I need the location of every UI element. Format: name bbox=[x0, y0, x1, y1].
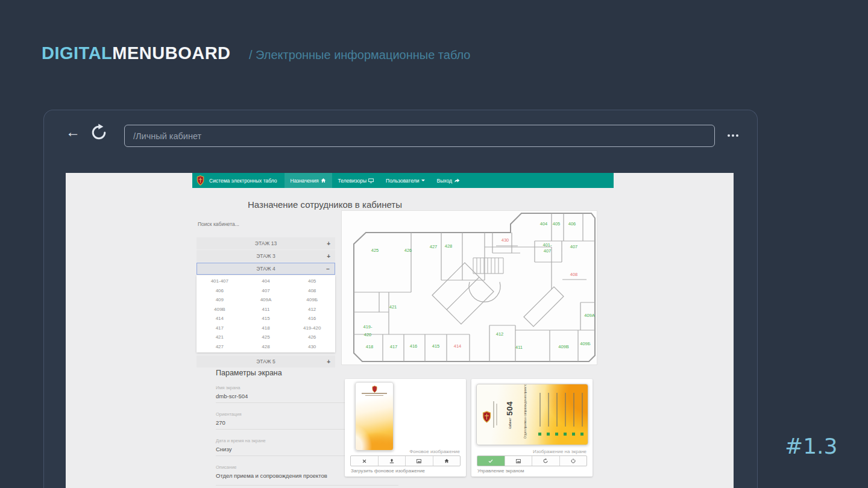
plus-icon[interactable]: + bbox=[327, 240, 330, 247]
plan-room-label[interactable]: 409В bbox=[558, 344, 569, 349]
floor-row-13[interactable]: ЭТАЖ 13 + bbox=[197, 237, 335, 249]
room-item[interactable]: 408 bbox=[289, 286, 335, 296]
back-arrow-icon[interactable]: ← bbox=[63, 115, 83, 149]
floor-label: ЭТАЖ 4 bbox=[256, 266, 275, 272]
home-button[interactable] bbox=[433, 456, 461, 466]
plan-room-label[interactable]: 414 bbox=[454, 343, 462, 349]
plan-room-label[interactable]: 425 bbox=[371, 248, 379, 253]
clear-button[interactable] bbox=[351, 456, 378, 466]
image-icon bbox=[417, 459, 421, 463]
plan-room-label[interactable]: 401- bbox=[542, 242, 552, 248]
room-item[interactable]: 419-420 bbox=[289, 324, 335, 333]
upload-icon bbox=[389, 458, 394, 463]
room-item[interactable]: 407 bbox=[243, 286, 289, 296]
room-item[interactable]: 401-407 bbox=[197, 277, 243, 286]
room-item[interactable]: 418 bbox=[243, 324, 289, 333]
minus-icon[interactable]: − bbox=[326, 266, 330, 272]
refresh-icon bbox=[543, 458, 548, 463]
nav-item-assign[interactable]: Назначения bbox=[285, 173, 332, 188]
emblem-shield-icon bbox=[372, 386, 377, 393]
room-item[interactable]: 409А bbox=[243, 295, 289, 305]
apply-button[interactable] bbox=[477, 456, 505, 466]
room-item[interactable]: 412 bbox=[289, 305, 335, 314]
home-icon bbox=[444, 458, 449, 463]
plus-icon[interactable]: + bbox=[327, 253, 330, 260]
status-square bbox=[538, 433, 541, 436]
room-item[interactable]: 414 bbox=[197, 314, 243, 324]
background-image-preview[interactable] bbox=[355, 382, 394, 451]
upload-button[interactable] bbox=[378, 456, 406, 466]
browser-toolbar: ← bbox=[44, 110, 757, 163]
plan-room-label[interactable]: 405 bbox=[553, 221, 561, 227]
card-caption: Фоновое изображение bbox=[409, 449, 460, 454]
search-input[interactable] bbox=[197, 221, 335, 228]
room-item[interactable]: 404 bbox=[243, 277, 289, 286]
power-button[interactable] bbox=[559, 456, 587, 466]
room-item[interactable]: 409В bbox=[197, 305, 243, 314]
plan-room-label[interactable]: 408 bbox=[570, 272, 578, 277]
plan-room-label[interactable]: 421 bbox=[389, 304, 397, 310]
plan-room-label[interactable]: 415 bbox=[432, 343, 440, 349]
app-navbar: Система электронных табло Назначения Тел… bbox=[192, 173, 614, 188]
plan-room-label[interactable]: 416 bbox=[410, 343, 418, 349]
nav-item-assign-label: Назначения bbox=[291, 178, 319, 184]
room-item[interactable]: 415 bbox=[243, 314, 289, 324]
plan-room-label[interactable]: 411 bbox=[515, 345, 523, 350]
plan-room-label[interactable]: 407 bbox=[570, 244, 578, 249]
nav-item-exit[interactable]: Выход bbox=[431, 173, 466, 188]
plan-room-label[interactable]: 407 bbox=[544, 248, 552, 254]
plus-icon[interactable]: + bbox=[327, 358, 330, 365]
url-input[interactable] bbox=[124, 125, 715, 147]
screen-card-buttons bbox=[477, 455, 587, 466]
plan-room-label[interactable]: 418 bbox=[366, 344, 374, 349]
background-image-card: Фоновое изображение bbox=[345, 379, 466, 477]
plan-room-label[interactable]: 430 bbox=[502, 237, 509, 243]
brand-part2: MENUBOARD bbox=[112, 43, 230, 63]
floor-row-4-selected[interactable]: ЭТАЖ 4 − bbox=[197, 263, 335, 275]
plan-room-label[interactable]: 426 bbox=[404, 248, 412, 253]
refresh-button[interactable] bbox=[532, 456, 559, 466]
preview-room-title: Кабинет504 bbox=[504, 391, 515, 439]
caret-down-icon bbox=[421, 180, 425, 181]
plan-room-label[interactable]: 419- bbox=[363, 324, 372, 330]
room-item[interactable]: 421 bbox=[197, 333, 243, 342]
room-item[interactable]: 409 bbox=[197, 295, 243, 305]
room-item[interactable]: 430 bbox=[289, 342, 335, 352]
floor-label: ЭТАЖ 3 bbox=[256, 253, 275, 259]
nav-item-users[interactable]: Пользователи bbox=[380, 173, 430, 188]
plan-room-label[interactable]: 409А bbox=[584, 313, 595, 318]
room-item[interactable]: 405 bbox=[289, 277, 335, 286]
plan-room-label[interactable]: 420 bbox=[364, 332, 372, 337]
room-item[interactable]: 406 bbox=[197, 286, 243, 296]
app-screenshot: Система электронных табло Назначения Тел… bbox=[66, 173, 734, 488]
plan-room-label[interactable]: 404 bbox=[540, 221, 548, 227]
plan-room-label[interactable]: 412 bbox=[496, 331, 504, 337]
plan-room-label[interactable]: 406 bbox=[568, 221, 576, 227]
room-item[interactable]: 409Б bbox=[289, 295, 335, 305]
room-item[interactable]: 416 bbox=[289, 314, 335, 324]
page-background: DIGITALMENUBOARD / Электронные информаци… bbox=[0, 0, 868, 488]
room-item[interactable]: 426 bbox=[289, 333, 335, 342]
room-item[interactable]: 427 bbox=[197, 342, 243, 352]
refresh-icon[interactable] bbox=[90, 124, 108, 142]
tv-icon bbox=[368, 178, 374, 183]
org-text-line bbox=[493, 401, 494, 428]
overflow-menu-icon[interactable] bbox=[728, 128, 738, 143]
room-item[interactable]: 428 bbox=[243, 342, 289, 352]
plan-room-label[interactable]: 427 bbox=[430, 244, 438, 249]
plan-room-label[interactable]: 428 bbox=[445, 243, 453, 249]
room-item[interactable]: 417 bbox=[197, 324, 243, 333]
room-item[interactable]: 411 bbox=[243, 305, 289, 314]
floor-row-5[interactable]: ЭТАЖ 5 + bbox=[197, 355, 335, 368]
app-brand[interactable]: Система электронных табло bbox=[208, 173, 285, 188]
image-button[interactable] bbox=[405, 456, 433, 466]
screen-image-preview[interactable]: Кабинет504 Отдел приема и сопровождения … bbox=[476, 384, 588, 445]
image-button[interactable] bbox=[505, 456, 532, 466]
plan-room-label[interactable]: 409Б bbox=[580, 341, 590, 346]
room-item[interactable]: 425 bbox=[243, 333, 289, 342]
floor-row-3[interactable]: ЭТАЖ 3 + bbox=[197, 250, 335, 262]
employee-name-line bbox=[548, 393, 549, 427]
floor-label: ЭТАЖ 5 bbox=[256, 358, 275, 364]
plan-room-label[interactable]: 417 bbox=[390, 344, 398, 349]
nav-item-tv[interactable]: Телевизоры bbox=[332, 173, 380, 188]
